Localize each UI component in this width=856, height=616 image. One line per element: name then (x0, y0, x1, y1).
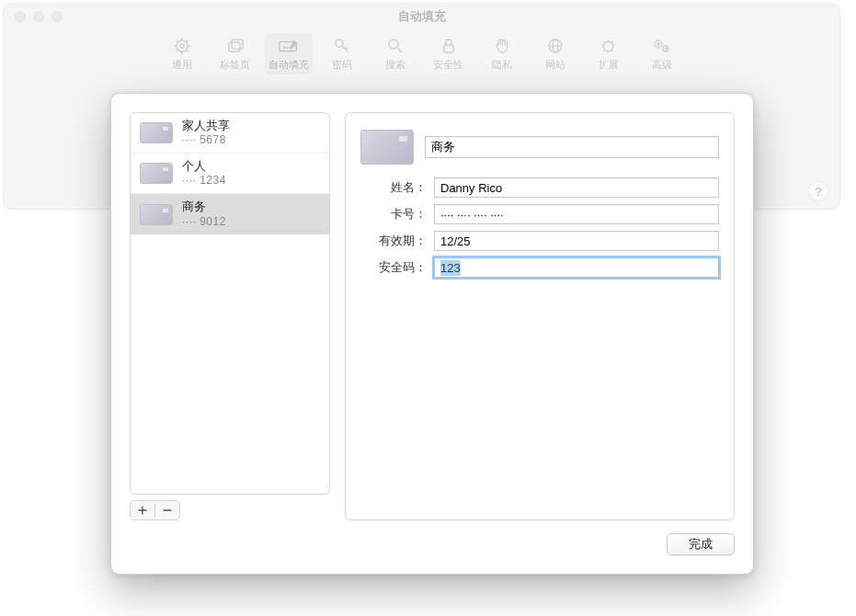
card-description-input[interactable] (425, 136, 719, 158)
add-card-button[interactable] (131, 501, 154, 519)
search-icon (385, 36, 405, 56)
gears-icon (652, 36, 672, 56)
tabs-icon (225, 36, 245, 56)
svg-point-1 (179, 44, 183, 48)
card-name: 家人共享 (182, 119, 230, 133)
svg-line-9 (186, 40, 188, 42)
key-icon (332, 36, 352, 56)
svg-line-7 (186, 50, 188, 51)
svg-line-18 (397, 48, 402, 52)
toolbar-item-extensions[interactable]: 扩展 (585, 33, 633, 74)
security-code-value: 123 (440, 260, 461, 276)
svg-rect-11 (232, 40, 243, 49)
toolbar-label: 安全性 (433, 58, 463, 72)
toolbar-item-passwords[interactable]: 密码 (318, 33, 366, 74)
card-thumbnail-icon (140, 204, 173, 225)
cvv-label: 安全码： (360, 259, 434, 276)
svg-point-17 (389, 40, 398, 49)
lock-icon (439, 36, 459, 56)
svg-point-24 (656, 43, 659, 46)
toolbar-item-tabs[interactable]: 标签页 (211, 33, 259, 74)
toolbar-label: 标签页 (220, 58, 250, 72)
svg-point-14 (336, 40, 343, 47)
puzzle-icon (599, 36, 619, 56)
security-code-input[interactable]: 123 (434, 257, 719, 278)
card-detail-pane: 姓名： 卡号： 有效期： 安全码： 123 (345, 112, 735, 520)
svg-rect-19 (444, 45, 453, 52)
list-controls (130, 500, 180, 520)
card-name: 个人 (182, 159, 226, 174)
svg-point-25 (663, 46, 668, 51)
toolbar-label: 搜索 (385, 58, 405, 72)
window-title: 自动填充 (4, 8, 839, 25)
toolbar-label: 网站 (545, 58, 565, 72)
globe-icon (545, 36, 565, 56)
toolbar-item-websites[interactable]: 网站 (531, 33, 579, 74)
toolbar-label: 扩展 (599, 58, 619, 72)
cardholder-name-input[interactable] (434, 177, 719, 198)
gear-icon (172, 36, 192, 56)
card-list-item[interactable]: 商务 ···· 9012 (131, 194, 329, 234)
card-last4: ···· 5678 (182, 133, 230, 147)
card-last4: ···· 9012 (182, 215, 226, 229)
hand-icon (492, 36, 512, 56)
done-button[interactable]: 完成 (667, 533, 735, 555)
number-label: 卡号： (360, 206, 434, 222)
credit-cards-sheet: 家人共享 ···· 5678 个人 ···· 1234 商务 ···· 90 (110, 93, 754, 575)
toolbar-item-autofill[interactable]: 自动填充 (265, 33, 313, 74)
card-last4: ···· 1234 (182, 174, 226, 188)
svg-line-16 (346, 48, 348, 50)
toolbar-item-general[interactable]: 通用 (158, 33, 206, 74)
card-thumbnail-icon (140, 163, 173, 184)
name-label: 姓名： (360, 179, 434, 196)
svg-point-0 (177, 40, 188, 51)
toolbar-item-advanced[interactable]: 高级 (638, 33, 686, 74)
preferences-toolbar: 通用 标签页 自动填充 密码 搜索 (4, 29, 839, 80)
toolbar-label: 通用 (172, 58, 192, 72)
expiry-input[interactable] (434, 231, 719, 251)
help-button[interactable]: ? (808, 181, 828, 201)
svg-line-8 (176, 50, 177, 51)
card-thumbnail-large-icon (360, 130, 414, 165)
card-list-item[interactable]: 家人共享 ···· 5678 (131, 113, 329, 154)
toolbar-item-security[interactable]: 安全性 (425, 33, 473, 74)
toolbar-label: 隐私 (492, 58, 512, 72)
autofill-icon (279, 36, 299, 56)
expiry-label: 有效期： (360, 233, 434, 249)
card-number-input[interactable] (434, 204, 719, 224)
card-name: 商务 (182, 200, 226, 214)
toolbar-label: 密码 (332, 58, 352, 72)
titlebar: 自动填充 (4, 4, 839, 29)
card-thumbnail-icon (140, 122, 173, 143)
minus-icon (162, 505, 173, 516)
toolbar-item-privacy[interactable]: 隐私 (478, 33, 526, 74)
plus-icon (137, 505, 148, 516)
toolbar-item-search[interactable]: 搜索 (371, 33, 419, 74)
svg-rect-10 (229, 42, 240, 51)
toolbar-label: 自动填充 (268, 58, 309, 72)
remove-card-button[interactable] (155, 501, 179, 519)
card-list: 家人共享 ···· 5678 个人 ···· 1234 商务 ···· 90 (130, 112, 330, 495)
toolbar-label: 高级 (652, 58, 672, 72)
svg-point-26 (665, 48, 667, 50)
svg-point-23 (655, 40, 662, 48)
card-list-item[interactable]: 个人 ···· 1234 (131, 154, 329, 194)
svg-line-6 (176, 40, 177, 42)
